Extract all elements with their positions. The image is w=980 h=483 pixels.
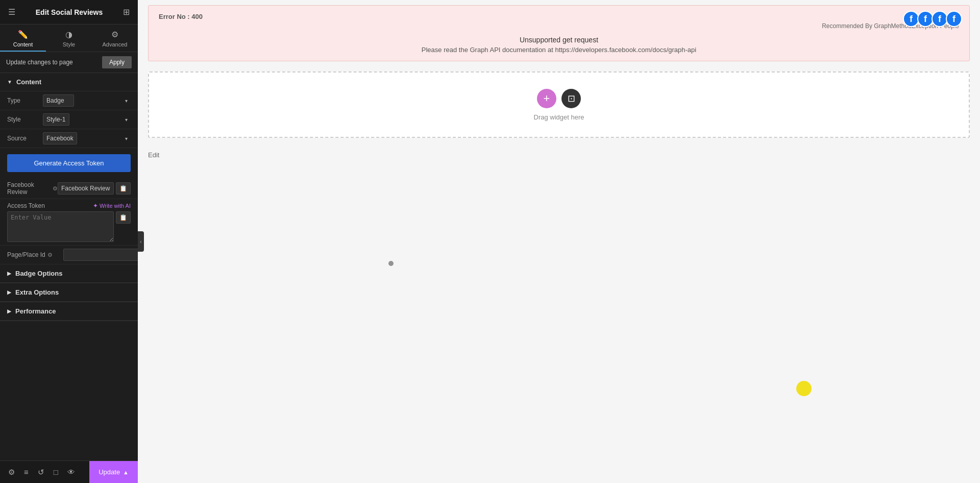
error-please-read: Please read the Graph API documentation … [159,46,959,54]
tab-style[interactable]: ◑ Style [46,25,92,52]
hamburger-icon[interactable]: ☰ [7,6,16,18]
style-tab-icon: ◑ [65,30,72,39]
source-select[interactable]: Facebook Google Yelp [43,132,77,144]
chevron-up-icon: ▲ [123,469,129,475]
content-arrow-icon: ▼ [7,79,12,85]
sparkle-icon: ✦ [93,202,98,209]
write-with-ai-button[interactable]: ✦ Write with AI [93,202,131,209]
error-recommended: Recommended By GraphMethodException Peop… [159,22,959,30]
grid-icon[interactable]: ⊞ [122,6,131,18]
update-button[interactable]: Update ▲ [89,461,138,484]
content-tab-label: Content [13,41,33,47]
review-settings-icon: ⚙ [53,185,58,192]
facebook-review-copy-button[interactable]: 📋 [116,182,131,195]
sidebar: ☰ Edit Social Reviews ⊞ ✏️ Content ◑ Sty… [0,0,138,483]
edit-link[interactable]: Edit [138,148,980,162]
type-field-row: Type Badge Reviews Like Box [0,91,138,110]
badge-options-section: ▶ Badge Options [0,264,138,283]
badge-options-arrow-icon: ▶ [7,271,11,276]
main-content: Error No : 400 f f f f Recommended By Gr… [138,0,980,483]
performance-header[interactable]: ▶ Performance [0,302,138,321]
performance-section: ▶ Performance [0,302,138,321]
apply-button[interactable]: Apply [102,56,132,68]
style-tab-label: Style [63,41,75,47]
update-label: Update [99,468,120,476]
access-token-copy-button[interactable]: 📋 [116,211,131,224]
performance-arrow-icon: ▶ [7,308,11,314]
extra-options-header[interactable]: ▶ Extra Options [0,283,138,302]
add-widget-button[interactable]: + [537,89,556,108]
error-number: Error No : 400 [159,13,959,20]
content-section-header[interactable]: ▼ Content [0,73,138,91]
bottom-toolbar: ⚙ ≡ ↺ □ 👁 Update ▲ [0,461,138,483]
facebook-review-row: Facebook Review ⚙ 📋 [0,178,138,199]
fb-icon-4: f [946,11,962,27]
facebook-review-label: Facebook Review ⚙ [7,181,58,196]
access-token-row: 📋 [0,210,138,246]
preview-icon-button[interactable]: 👁 [63,465,79,479]
access-token-textarea[interactable] [7,211,114,242]
error-unsupported: Unsupported get request [159,36,959,44]
sidebar-title: Edit Social Reviews [36,8,103,16]
performance-label: Performance [15,307,56,315]
content-tab-icon: ✏️ [18,30,28,39]
advanced-tab-icon: ⚙ [111,30,118,39]
extra-options-section: ▶ Extra Options [0,283,138,302]
update-changes-label: Update changes to page [6,59,73,66]
sidebar-collapse-handle[interactable]: ‹ [138,231,144,252]
badge-options-header[interactable]: ▶ Badge Options [0,264,138,283]
sidebar-content: ▼ Content Type Badge Reviews Like Box St… [0,73,138,483]
cursor-pointer [388,260,394,267]
update-bar: Update changes to page Apply [0,52,138,73]
style-field-row: Style Style-1 Style-2 Style-3 [0,110,138,129]
type-select[interactable]: Badge Reviews Like Box [43,94,74,107]
drop-area: + ⊡ Drag widget here [148,71,970,138]
style-select-wrapper: Style-1 Style-2 Style-3 [43,113,131,126]
badge-options-label: Badge Options [15,270,62,277]
type-label: Type [7,97,43,104]
source-field-row: Source Facebook Google Yelp [0,129,138,148]
source-label: Source [7,135,43,142]
sidebar-tabs: ✏️ Content ◑ Style ⚙ Advanced [0,25,138,52]
bottom-toolbar-icons: ⚙ ≡ ↺ □ 👁 [0,465,89,480]
extra-options-label: Extra Options [15,288,59,296]
style-label: Style [7,116,43,123]
tab-content[interactable]: ✏️ Content [0,25,46,52]
drag-widget-label: Drag widget here [534,113,584,121]
page-place-id-label: Page/Place Id ⚙ [7,251,63,258]
advanced-tab-label: Advanced [103,41,128,47]
layers-icon-button[interactable]: ≡ [20,465,33,479]
error-box: Error No : 400 f f f f Recommended By Gr… [148,5,970,61]
fb-icons-cluster: f f f f [906,11,962,27]
extra-options-arrow-icon: ▶ [7,289,11,295]
source-select-wrapper: Facebook Google Yelp [43,132,131,144]
type-select-wrapper: Badge Reviews Like Box [43,94,131,107]
access-token-header: Access Token ✦ Write with AI [0,199,138,210]
review-input-wrapper: 📋 [58,182,131,195]
drop-buttons: + ⊡ [537,89,581,108]
facebook-review-input[interactable] [58,182,114,195]
style-select[interactable]: Style-1 Style-2 Style-3 [43,113,69,126]
yellow-dot-decoration [796,381,812,396]
generate-access-token-button[interactable]: Generate Access Token [7,154,131,172]
history-icon-button[interactable]: ↺ [34,465,48,480]
svg-point-0 [388,261,394,266]
responsive-icon-button[interactable]: □ [50,465,62,479]
page-place-id-input[interactable] [63,249,138,261]
page-place-id-row: Page/Place Id ⚙ 📋 [0,246,138,264]
access-token-label: Access Token [7,202,45,209]
folder-widget-button[interactable]: ⊡ [561,89,581,108]
generate-btn-container: Generate Access Token [0,148,138,178]
sidebar-header: ☰ Edit Social Reviews ⊞ [0,0,138,25]
tab-advanced[interactable]: ⚙ Advanced [92,25,138,52]
content-section-label: Content [16,78,41,86]
place-settings-icon: ⚙ [47,252,53,258]
settings-icon-button[interactable]: ⚙ [4,465,19,480]
